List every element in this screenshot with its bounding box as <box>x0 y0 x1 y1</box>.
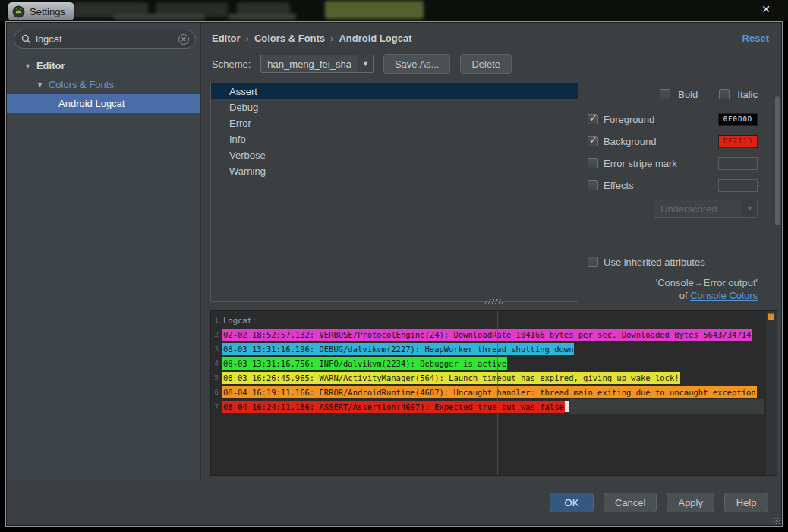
effects-style-value: Underscored <box>654 200 742 217</box>
effects-color-swatch[interactable] <box>718 179 758 192</box>
scheme-label: Scheme: <box>212 58 251 70</box>
close-icon[interactable]: ✕ <box>758 2 774 17</box>
line-number: 5 <box>211 373 222 382</box>
error-stripe-gutter <box>765 311 777 475</box>
attribute-list: Assert Debug Error Info Verbose Warning <box>210 83 578 302</box>
splitter-handle[interactable] <box>484 299 503 304</box>
background-window-tab <box>325 1 424 19</box>
breadcrumb-separator: › <box>330 33 333 44</box>
tree-item-android-logcat[interactable]: Android Logcat <box>7 94 200 113</box>
reset-link[interactable]: Reset <box>742 33 769 44</box>
preview-line: 4 08-03 13:31:16.756: INFO/dalvikvm(2234… <box>211 356 764 370</box>
background-checkbox[interactable] <box>588 136 598 146</box>
error-stripe-marker[interactable] <box>768 313 774 320</box>
tree-item-editor[interactable]: ▼ Editor <box>7 56 200 75</box>
preview-line: 5 08-03 16:26:45.965: WARN/ActivityManag… <box>211 370 764 385</box>
attr-item-assert[interactable]: Assert <box>211 83 578 99</box>
foreground-row: Foreground 0E0D0D <box>588 112 758 127</box>
chevron-down-icon[interactable]: ▼ <box>358 55 373 72</box>
background-color-swatch[interactable]: DE2115 <box>718 135 758 148</box>
chevron-down-icon: ▼ <box>742 200 757 217</box>
attr-item-warning[interactable]: Warning <box>211 163 578 179</box>
line-number: 6 <box>211 388 222 396</box>
settings-sidebar: logcat ✕ ▼ Editor ▼ Colors & Fonts Andro… <box>7 23 201 480</box>
effects-checkbox[interactable] <box>588 180 598 190</box>
delete-button[interactable]: Delete <box>460 54 512 74</box>
preview-line: 3 08-03 13:31:16.196: DEBUG/dalvikvm(222… <box>211 342 764 356</box>
settings-main-panel: Editor › Colors & Fonts › Android Logcat… <box>202 23 781 480</box>
bold-label: Bold <box>678 89 698 100</box>
background-window-text <box>228 14 296 20</box>
foreground-color-swatch[interactable]: 0E0D0D <box>718 113 758 126</box>
help-button[interactable]: Help <box>724 493 768 512</box>
apply-button[interactable]: Apply <box>667 493 714 512</box>
settings-dialog: logcat ✕ ▼ Editor ▼ Colors & Fonts Andro… <box>5 21 783 527</box>
breadcrumb: Editor › Colors & Fonts › Android Logcat <box>212 33 411 44</box>
attribute-options: Bold Italic Foreground 0E0D0D Background… <box>588 87 758 302</box>
preview-editor[interactable]: 1 Logcat: 2 02-02 18:52:57.132: VERBOSE/… <box>210 310 777 476</box>
error-stripe-row: Error stripe mark <box>588 156 758 171</box>
attr-item-info[interactable]: Info <box>211 131 578 147</box>
attr-item-debug[interactable]: Debug <box>211 99 578 115</box>
effects-style-select[interactable]: Underscored ▼ <box>654 200 758 218</box>
cancel-button[interactable]: Cancel <box>604 493 657 512</box>
settings-tree: ▼ Editor ▼ Colors & Fonts Android Logcat <box>7 56 200 113</box>
italic-label: Italic <box>737 89 758 100</box>
line-number: 1 <box>211 316 222 324</box>
attr-item-error[interactable]: Error <box>211 115 578 131</box>
inherit-note: 'Console→Error output' of Console Colors <box>588 276 758 302</box>
preview-line: 1 Logcat: <box>211 313 764 327</box>
preview-line: 6 08-04 16:19:11.166: ERROR/AndroidRunti… <box>211 385 764 399</box>
line-number: 2 <box>211 330 222 338</box>
error-stripe-color-swatch[interactable] <box>718 157 758 170</box>
attr-item-verbose[interactable]: Verbose <box>211 147 578 163</box>
inherit-row: Use inherited attributes <box>588 254 758 269</box>
resize-grip[interactable] <box>774 518 780 524</box>
save-as-button[interactable]: Save As... <box>383 54 451 74</box>
console-colors-link[interactable]: Console Colors <box>690 290 758 301</box>
effects-row: Effects <box>588 178 758 193</box>
expand-arrow-icon[interactable]: ▼ <box>36 81 43 89</box>
italic-checkbox[interactable] <box>719 89 730 99</box>
search-value: logcat <box>36 33 174 45</box>
search-icon <box>21 34 31 44</box>
titlebar: Settings ✕ <box>0 0 788 21</box>
preview-lines: 1 Logcat: 2 02-02 18:52:57.132: VERBOSE/… <box>211 313 764 414</box>
use-inherited-checkbox[interactable] <box>588 257 598 267</box>
android-icon <box>12 5 25 18</box>
preview-line: 2 02-02 18:52:57.132: VERBOSE/ProtocolEn… <box>211 327 764 342</box>
font-style-row: Bold Italic <box>588 87 758 102</box>
scrollbar-thumb[interactable] <box>775 96 780 225</box>
line-number: 3 <box>211 345 222 353</box>
dialog-footer: OK Cancel Apply Help <box>7 480 781 525</box>
foreground-checkbox[interactable] <box>588 114 598 124</box>
background-row: Background DE2115 <box>588 134 758 149</box>
scheme-row: Scheme: han_meng_fei_sha ▼ Save As... De… <box>212 54 512 74</box>
expand-arrow-icon[interactable]: ▼ <box>24 62 31 70</box>
clear-search-icon[interactable]: ✕ <box>178 34 189 45</box>
window-title-chip: Settings <box>8 2 74 20</box>
current-line-highlight <box>569 399 764 414</box>
window-title: Settings <box>30 6 65 17</box>
line-number: 7 <box>211 402 222 411</box>
scheme-select[interactable]: han_meng_fei_sha ▼ <box>260 55 374 73</box>
scheme-value: han_meng_fei_sha <box>261 55 358 72</box>
settings-search-input[interactable]: logcat ✕ <box>14 30 196 49</box>
background-window-text <box>114 14 205 20</box>
ok-button[interactable]: OK <box>550 493 594 512</box>
tree-item-colors-fonts[interactable]: ▼ Colors & Fonts <box>7 75 200 94</box>
preview-line-current: 7 08-04 16:24:11.186: ASSERT/Assertion(4… <box>211 399 764 414</box>
right-margin-guide <box>497 311 498 475</box>
error-stripe-checkbox[interactable] <box>588 158 598 168</box>
bold-checkbox[interactable] <box>660 89 670 99</box>
breadcrumb-separator: › <box>246 33 249 44</box>
line-number: 4 <box>211 359 222 367</box>
